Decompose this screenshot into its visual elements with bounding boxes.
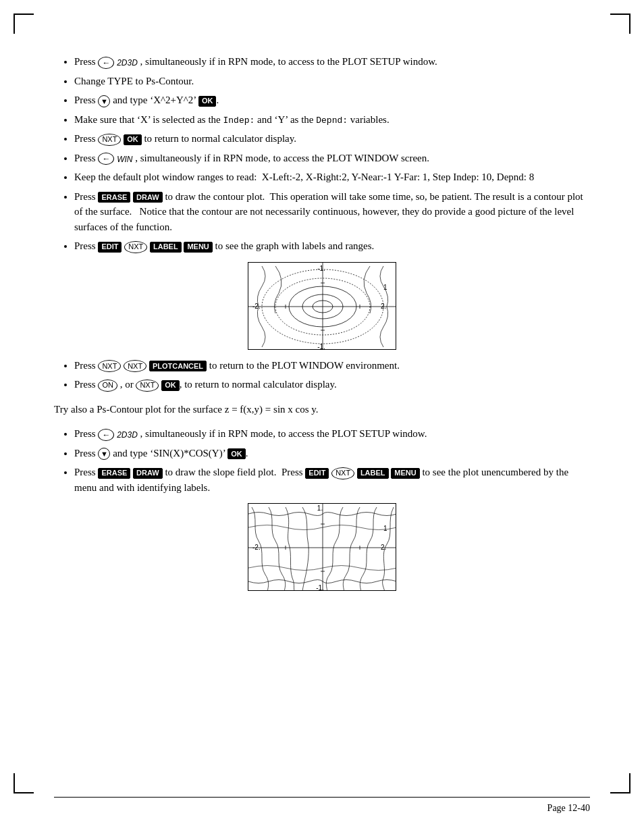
graph-1-svg: -1. -1. -2. 2. 1 [248, 263, 396, 350]
key-draw: DRAW [133, 192, 163, 203]
list-item: Press EDIT NXT LABEL MENU to see the gra… [74, 238, 590, 254]
list-item: Change TYPE to Ps-Contour. [74, 74, 590, 89]
key-ok4: OK [227, 448, 246, 459]
key-edit2: EDIT [305, 468, 329, 479]
list-item: Press ERASE DRAW to draw the contour plo… [74, 189, 590, 235]
corner-tr [610, 14, 630, 34]
list-item: Press NXT OK to return to normal calcula… [74, 131, 590, 147]
key-nxt4: NXT [124, 360, 146, 372]
page-container: Press ← 2D3D , simultaneously if in RPN … [0, 0, 644, 834]
key-left-arrow3: ← [98, 429, 114, 441]
svg-text:1.: 1. [317, 504, 323, 512]
svg-text:-2.: -2. [252, 544, 261, 551]
key-ok3: OK [161, 380, 180, 391]
key-plotcancel: PLOTCANCEL [149, 361, 207, 371]
svg-text:-1.: -1. [317, 265, 325, 272]
key-ok: OK [198, 96, 217, 107]
list-item: Press ▼ and type ‘X^2+Y^2’ OK. [74, 93, 590, 108]
graph-container-1: -1. -1. -2. 2. 1 [54, 262, 590, 350]
key-2d3d2: 2D3D [117, 430, 138, 440]
list-item: Press NXT NXT PLOTCANCEL to return to th… [74, 358, 590, 373]
svg-text:-2.: -2. [252, 303, 261, 310]
middle-paragraph: Try also a Ps-Contour plot for the surfa… [54, 402, 590, 417]
key-erase: ERASE [98, 192, 130, 203]
svg-text:-1.: -1. [316, 584, 324, 591]
key-menu2: MENU [391, 468, 419, 479]
key-label: LABEL [150, 242, 182, 253]
bullet-list-3: Press ← 2D3D , simultaneously if in RPN … [74, 426, 590, 495]
corner-bl [14, 773, 34, 793]
list-item: Keep the default plot window ranges to r… [74, 170, 590, 185]
list-item: Press ← WIN , simultaneously if in RPN m… [74, 151, 590, 166]
page-footer: Page 12-40 [54, 797, 590, 814]
key-nxt6: NXT [331, 467, 354, 479]
key-down-arrow: ▼ [98, 95, 110, 107]
key-menu: MENU [184, 242, 212, 253]
list-item: Press ON , or NXT OK, to return to norma… [74, 377, 590, 392]
key-nxt: NXT [98, 134, 121, 146]
key-draw2: DRAW [133, 468, 163, 479]
key-win: WIN [117, 154, 132, 163]
main-content: Press ← 2D3D , simultaneously if in RPN … [54, 54, 590, 591]
key-down-arrow2: ▼ [98, 448, 110, 460]
graph-container-2: 1. -1. -2. 2. 1 [54, 503, 590, 591]
svg-text:2.: 2. [381, 544, 386, 551]
svg-text:-1.: -1. [317, 343, 325, 350]
key-edit: EDIT [98, 242, 122, 253]
graph-2-svg: 1. -1. -2. 2. 1 [248, 504, 396, 591]
key-left-arrow2: ← [98, 153, 114, 165]
indep-label: Indep: [223, 115, 254, 126]
list-item: Press ERASE DRAW to draw the slope field… [74, 465, 590, 495]
depnd-label: Depnd: [316, 115, 348, 126]
key-ok2: OK [124, 134, 142, 145]
key-label2: LABEL [357, 468, 389, 479]
corner-tl [14, 14, 34, 34]
list-item: Press ← 2D3D , simultaneously if in RPN … [74, 426, 590, 442]
list-item: Press ▼ and type ‘SIN(X)*COS(Y)’ OK. [74, 446, 590, 461]
list-item: Make sure that ‘X’ is selected as the In… [74, 112, 590, 128]
key-on: ON [98, 380, 117, 392]
graph-2: 1. -1. -2. 2. 1 [248, 503, 396, 591]
key-erase2: ERASE [98, 468, 130, 479]
page-number: Page 12-40 [547, 803, 590, 813]
bullet-list-2: Press NXT NXT PLOTCANCEL to return to th… [74, 358, 590, 392]
graph-1: -1. -1. -2. 2. 1 [248, 262, 396, 350]
key-left-arrow: ← [98, 57, 114, 69]
key-label-2d3d: 2D3D [117, 58, 138, 68]
list-item: Press ← 2D3D , simultaneously if in RPN … [74, 54, 590, 70]
bullet-list-1: Press ← 2D3D , simultaneously if in RPN … [74, 54, 590, 254]
corner-br [610, 773, 630, 793]
key-nxt3: NXT [98, 360, 121, 372]
svg-text:1: 1 [383, 525, 387, 532]
key-nxt5: NXT [136, 380, 159, 392]
key-nxt2: NXT [124, 241, 147, 253]
